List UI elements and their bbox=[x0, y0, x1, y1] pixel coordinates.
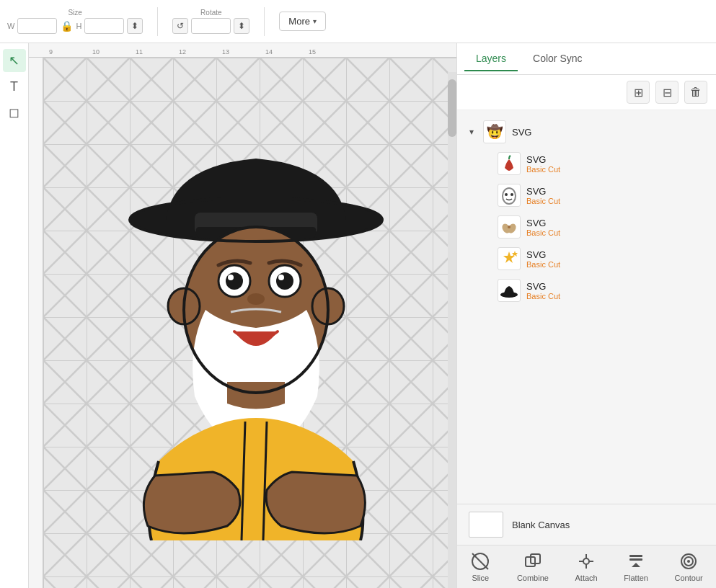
canvas-scrollbar-vertical[interactable] bbox=[448, 72, 456, 588]
svg-point-7 bbox=[276, 272, 293, 290]
layer-item-4[interactable]: SVG Basic Cut bbox=[457, 243, 716, 275]
layer-thumb-1 bbox=[498, 152, 521, 175]
layer-name-3: SVG bbox=[526, 218, 707, 228]
layer-actions: ⊞ ⊟ 🗑 bbox=[457, 75, 716, 110]
divider-1 bbox=[157, 7, 158, 36]
svg-point-21 bbox=[503, 188, 516, 204]
blank-canvas-thumb bbox=[469, 512, 503, 538]
svg-rect-26 bbox=[508, 226, 511, 228]
attach-tool[interactable]: Attach bbox=[570, 548, 604, 585]
tab-color-sync[interactable]: Color Sync bbox=[521, 47, 593, 71]
layer-info-1: SVG Basic Cut bbox=[526, 154, 707, 174]
combine-label: Combine bbox=[517, 574, 549, 582]
layer-name-group: SVG bbox=[512, 127, 707, 138]
right-panel: Layers Color Sync ⊞ ⊟ 🗑 ▾ 🤠 SVG bbox=[456, 43, 716, 588]
svg-marker-28 bbox=[512, 251, 518, 257]
more-button[interactable]: More ▾ bbox=[279, 12, 326, 31]
svg-point-12 bbox=[247, 293, 265, 305]
layer-info-4: SVG Basic Cut bbox=[526, 249, 707, 269]
left-sidebar: ↖ T ◻ bbox=[0, 43, 29, 588]
contour-label: Contour bbox=[675, 574, 703, 582]
rotate-ccw-btn[interactable]: ↺ bbox=[172, 18, 188, 34]
flatten-tool[interactable]: Flatten bbox=[618, 548, 654, 585]
panel-bottom-toolbar: Slice Combine Attach bbox=[457, 545, 716, 588]
layer-item-5[interactable]: SVG Basic Cut bbox=[457, 275, 716, 306]
layer-name-5: SVG bbox=[526, 281, 707, 292]
svg-point-40 bbox=[687, 560, 690, 563]
attach-icon bbox=[576, 551, 596, 571]
layer-thumb-group: 🤠 bbox=[483, 120, 506, 143]
contour-icon bbox=[679, 551, 699, 571]
rotate-inputs: ↺ ⬍ bbox=[172, 18, 249, 34]
layer-group-btn[interactable]: ⊟ bbox=[655, 81, 679, 104]
mascot-image[interactable] bbox=[101, 94, 411, 540]
layer-add-btn[interactable]: ⊞ bbox=[627, 81, 650, 104]
layer-thumb-2 bbox=[498, 184, 521, 207]
top-toolbar: Size W 🔒 H ⬍ Rotate ↺ ⬍ More ▾ bbox=[0, 0, 716, 43]
layer-item-1[interactable]: SVG Basic Cut bbox=[457, 148, 716, 179]
height-input[interactable] bbox=[84, 18, 124, 34]
scrollbar-thumb[interactable] bbox=[448, 79, 456, 137]
layer-name-1: SVG bbox=[526, 154, 707, 165]
layer-thumb-4 bbox=[498, 247, 521, 270]
svg-point-6 bbox=[226, 272, 243, 290]
width-input[interactable] bbox=[17, 18, 57, 34]
tab-layers[interactable]: Layers bbox=[464, 47, 518, 71]
text-tool[interactable]: T bbox=[3, 75, 26, 98]
size-inputs: W 🔒 H ⬍ bbox=[7, 18, 143, 34]
slice-tool[interactable]: Slice bbox=[464, 548, 496, 585]
layer-type-3: Basic Cut bbox=[526, 228, 707, 237]
ruler-vertical bbox=[29, 58, 43, 588]
toolbar-size-group: Size W 🔒 H ⬍ bbox=[7, 9, 143, 34]
layer-name-2: SVG bbox=[526, 186, 707, 197]
layer-type-5: Basic Cut bbox=[526, 292, 707, 300]
shapes-tool[interactable]: ◻ bbox=[3, 101, 26, 124]
slice-label: Slice bbox=[472, 574, 489, 582]
rotate-label: Rotate bbox=[200, 9, 221, 17]
rotate-input[interactable] bbox=[191, 18, 231, 34]
layer-type-4: Basic Cut bbox=[526, 260, 707, 269]
layer-list: ▾ 🤠 SVG SVG Ba bbox=[457, 110, 716, 504]
w-label: W bbox=[7, 22, 14, 30]
more-label: More bbox=[288, 16, 310, 27]
flatten-icon bbox=[626, 551, 646, 571]
layer-info-5: SVG Basic Cut bbox=[526, 281, 707, 300]
layer-delete-btn[interactable]: 🗑 bbox=[684, 81, 707, 104]
size-label: Size bbox=[68, 9, 81, 17]
blank-canvas-label: Blank Canvas bbox=[512, 520, 570, 530]
svg-marker-37 bbox=[632, 563, 640, 567]
combine-tool[interactable]: Combine bbox=[511, 548, 554, 585]
grid-canvas[interactable] bbox=[43, 58, 456, 588]
svg-point-34 bbox=[583, 558, 589, 564]
svg-point-23 bbox=[511, 193, 513, 196]
contour-tool[interactable]: Contour bbox=[669, 548, 709, 585]
slice-icon bbox=[470, 551, 490, 571]
layer-info-2: SVG Basic Cut bbox=[526, 186, 707, 205]
divider-2 bbox=[264, 7, 265, 36]
main-area: ↖ T ◻ 9 10 11 12 13 14 15 bbox=[0, 43, 716, 588]
h-label: H bbox=[76, 22, 81, 30]
height-stepper[interactable]: ⬍ bbox=[127, 18, 143, 34]
canvas-area: 9 10 11 12 13 14 15 bbox=[29, 43, 456, 588]
svg-rect-35 bbox=[629, 555, 642, 557]
layer-item-group[interactable]: ▾ 🤠 SVG bbox=[457, 116, 716, 148]
svg-point-22 bbox=[505, 193, 508, 196]
layer-group-svg: ▾ 🤠 SVG SVG Ba bbox=[457, 116, 716, 306]
layer-info-3: SVG Basic Cut bbox=[526, 218, 707, 237]
ruler-horizontal: 9 10 11 12 13 14 15 bbox=[29, 43, 456, 58]
rotate-stepper[interactable]: ⬍ bbox=[234, 18, 249, 34]
layer-info-group: SVG bbox=[512, 127, 707, 138]
more-arrow-icon: ▾ bbox=[313, 17, 317, 25]
lock-icon: 🔒 bbox=[60, 19, 73, 32]
combine-icon bbox=[523, 551, 543, 571]
layer-item-2[interactable]: SVG Basic Cut bbox=[457, 179, 716, 211]
layer-type-2: Basic Cut bbox=[526, 197, 707, 205]
layer-item-3[interactable]: SVG Basic Cut bbox=[457, 211, 716, 243]
flatten-label: Flatten bbox=[624, 574, 648, 582]
layer-thumb-3 bbox=[498, 215, 521, 239]
expand-icon[interactable]: ▾ bbox=[466, 126, 477, 138]
select-tool[interactable]: ↖ bbox=[3, 49, 26, 72]
svg-point-9 bbox=[278, 275, 284, 280]
layer-type-1: Basic Cut bbox=[526, 165, 707, 174]
svg-rect-36 bbox=[629, 558, 642, 561]
